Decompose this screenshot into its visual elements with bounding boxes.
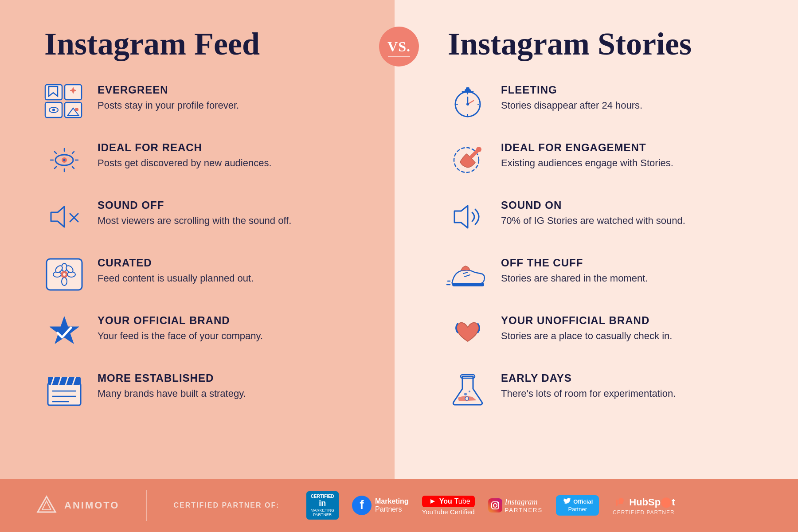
svg-point-50 (476, 147, 481, 152)
early-days-desc: There's lots of room for experimentation… (501, 387, 763, 401)
svg-point-9 (63, 159, 66, 161)
svg-line-16 (55, 167, 56, 168)
sound-off-text: SOUND OFF Most viewers are scrolling wit… (98, 199, 359, 228)
official-brand-title: YOUR OFFICIAL BRAND (98, 314, 359, 327)
sound-on-desc: 70% of IG Stories are watched with sound… (501, 214, 763, 228)
early-days-icon (448, 372, 488, 407)
reach-title: IDEAL FOR REACH (98, 141, 359, 154)
curated-icon (44, 257, 84, 292)
sound-on-text: SOUND ON 70% of IG Stories are watched w… (501, 199, 763, 228)
svg-point-6 (75, 108, 78, 111)
reach-desc: Posts get discovered by new audiences. (98, 156, 359, 170)
reach-text: IDEAL FOR REACH Posts get discovered by … (98, 141, 359, 170)
svg-point-44 (466, 103, 469, 106)
sound-off-icon (44, 199, 84, 235)
vs-line (388, 56, 410, 57)
svg-point-57 (465, 397, 469, 400)
svg-line-17 (72, 167, 74, 168)
youtube-badge: YouTube YouTube Certified (422, 496, 475, 516)
fleeting-desc: Stories disappear after 24 hours. (501, 99, 763, 113)
partner-logos: CERTIFIED in MARKETING PARTNER f Marketi… (306, 491, 763, 520)
infographic: Instagram Feed (0, 0, 798, 532)
sound-off-desc: Most viewers are scrolling with the soun… (98, 214, 359, 228)
feature-engagement: IDEAL FOR ENGAGEMENT Existing audiences … (448, 141, 763, 177)
unofficial-brand-icon (448, 314, 488, 350)
svg-point-23 (62, 278, 67, 286)
reach-icon (44, 141, 84, 177)
right-title: Instagram Stories (448, 27, 763, 62)
fleeting-icon (448, 84, 488, 119)
feature-official-brand: YOUR OFFICIAL BRAND Your feed is the fac… (44, 314, 359, 350)
svg-rect-65 (616, 500, 618, 506)
off-cuff-icon (448, 257, 488, 292)
animoto-logo: ANIMOTO (35, 494, 119, 516)
off-cuff-text: OFF THE CUFF Stories are shared in the m… (501, 257, 763, 286)
feature-early-days: EARLY DAYS There's lots of room for expe… (448, 372, 763, 407)
svg-point-4 (52, 109, 55, 111)
curated-text: CURATED Feed content is usually planned … (98, 257, 359, 286)
established-title: MORE ESTABLISHED (98, 372, 359, 384)
svg-point-56 (469, 391, 470, 392)
engagement-text: IDEAL FOR ENGAGEMENT Existing audiences … (501, 141, 763, 170)
fleeting-title: FLEETING (501, 84, 763, 96)
svg-rect-41 (466, 87, 469, 90)
feature-established: MORE ESTABLISHED Many brands have built … (44, 372, 359, 407)
feature-fleeting: FLEETING Stories disappear after 24 hour… (448, 84, 763, 119)
official-brand-desc: Your feed is the face of your company. (98, 329, 359, 343)
vs-text: VS. (387, 39, 411, 55)
unofficial-brand-desc: Stories are a place to casually check in… (501, 329, 763, 343)
instagram-badge: Instagram PARTNERS (488, 497, 543, 513)
official-brand-icon (44, 314, 84, 350)
off-cuff-title: OFF THE CUFF (501, 257, 763, 269)
engagement-title: IDEAL FOR ENGAGEMENT (501, 141, 763, 154)
feature-sound-off: SOUND OFF Most viewers are scrolling wit… (44, 199, 359, 235)
content-area: Instagram Feed (0, 0, 798, 479)
feature-sound-on: SOUND ON 70% of IG Stories are watched w… (448, 199, 763, 235)
vs-circle: VS. (379, 27, 419, 66)
established-icon (44, 372, 84, 407)
feature-unofficial-brand: YOUR UNOFFICIAL BRAND Stories are a plac… (448, 314, 763, 350)
certified-label: CERTIFIED PARTNER OF: (173, 501, 279, 509)
feature-reach: IDEAL FOR REACH Posts get discovered by … (44, 141, 359, 177)
feature-evergreen: EVERGREEN Posts stay in your profile for… (44, 84, 359, 119)
curated-desc: Feed content is usually planned out. (98, 272, 359, 286)
sound-off-title: SOUND OFF (98, 199, 359, 211)
unofficial-brand-text: YOUR UNOFFICIAL BRAND Stories are a plac… (501, 314, 763, 343)
engagement-desc: Existing audiences engage with Stories. (501, 156, 763, 170)
svg-rect-66 (618, 502, 623, 504)
twitter-badge: Official Partner (556, 495, 599, 516)
feature-curated: CURATED Feed content is usually planned … (44, 257, 359, 292)
footer-divider (146, 490, 147, 521)
fleeting-text: FLEETING Stories disappear after 24 hour… (501, 84, 763, 113)
svg-line-14 (55, 152, 56, 153)
svg-point-29 (63, 273, 66, 276)
off-cuff-desc: Stories are shared in the moment. (501, 272, 763, 286)
evergreen-title: EVERGREEN (98, 84, 359, 96)
animoto-text: ANIMOTO (64, 500, 119, 511)
evergreen-icon (44, 84, 84, 119)
linkedin-badge: CERTIFIED in MARKETING PARTNER (306, 491, 339, 520)
early-days-text: EARLY DAYS There's lots of room for expe… (501, 372, 763, 401)
established-desc: Many brands have built a strategy. (98, 387, 359, 401)
curated-title: CURATED (98, 257, 359, 269)
hubspot-badge: HubSp⬤t CERTIFIED PARTNER (612, 495, 675, 516)
svg-point-55 (464, 393, 467, 395)
evergreen-desc: Posts stay in your profile forever. (98, 99, 359, 113)
svg-line-15 (72, 152, 74, 153)
left-panel: Instagram Feed (0, 0, 395, 479)
official-brand-text: YOUR OFFICIAL BRAND Your feed is the fac… (98, 314, 359, 343)
unofficial-brand-title: YOUR UNOFFICIAL BRAND (501, 314, 763, 327)
sound-on-title: SOUND ON (501, 199, 763, 211)
engagement-icon (448, 141, 488, 177)
svg-rect-60 (488, 498, 502, 512)
feature-off-cuff: OFF THE CUFF Stories are shared in the m… (448, 257, 763, 292)
footer: ANIMOTO CERTIFIED PARTNER OF: CERTIFIED … (0, 479, 798, 532)
sound-on-icon (448, 199, 488, 235)
facebook-badge: f Marketing Partners (352, 496, 409, 515)
early-days-title: EARLY DAYS (501, 372, 763, 384)
svg-rect-51 (452, 283, 484, 286)
svg-point-63 (497, 502, 498, 504)
right-panel: Instagram Stories (395, 0, 798, 479)
established-text: MORE ESTABLISHED Many brands have built … (98, 372, 359, 401)
evergreen-text: EVERGREEN Posts stay in your profile for… (98, 84, 359, 113)
